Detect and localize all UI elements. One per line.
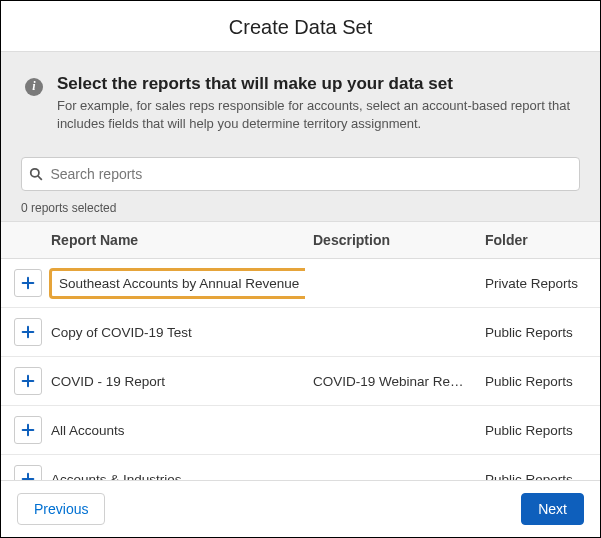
col-add-header <box>1 222 43 259</box>
name-cell: Accounts & Industries <box>43 462 305 480</box>
intro-section: i Select the reports that will make up y… <box>1 52 600 147</box>
table-row: Copy of COVID-19 TestPublic Reports <box>1 308 600 357</box>
folder-cell: Public Reports <box>477 413 600 448</box>
intro-description: For example, for sales reps responsible … <box>57 97 576 133</box>
search-icon <box>22 167 50 181</box>
col-description-header: Description <box>305 222 477 259</box>
col-folder-header: Folder <box>477 222 600 259</box>
plus-icon <box>20 373 36 389</box>
description-cell <box>305 273 477 293</box>
search-input[interactable] <box>50 158 579 190</box>
add-cell <box>1 455 43 480</box>
name-cell: Southeast Accounts by Annual Revenue <box>43 264 305 303</box>
create-data-set-modal: Create Data Set i Select the reports tha… <box>0 0 601 538</box>
plus-icon <box>20 275 36 291</box>
plus-icon <box>20 471 36 480</box>
modal-footer: Previous Next <box>1 480 600 537</box>
plus-icon <box>20 324 36 340</box>
search-wrap <box>1 147 600 197</box>
name-cell: All Accounts <box>43 413 305 448</box>
table-body: Southeast Accounts by Annual RevenuePriv… <box>1 259 600 480</box>
plus-icon <box>20 422 36 438</box>
name-cell: Copy of COVID-19 Test <box>43 315 305 350</box>
svg-line-1 <box>38 176 42 180</box>
modal-title: Create Data Set <box>1 16 600 39</box>
description-cell: COVID-19 Webinar Report <box>305 364 477 399</box>
add-cell <box>1 259 43 307</box>
table-row: COVID - 19 ReportCOVID-19 Webinar Report… <box>1 357 600 406</box>
intro-text: Select the reports that will make up you… <box>57 74 576 133</box>
previous-button[interactable]: Previous <box>17 493 105 525</box>
next-button[interactable]: Next <box>521 493 584 525</box>
intro-heading: Select the reports that will make up you… <box>57 74 576 94</box>
folder-cell: Private Reports <box>477 266 600 301</box>
add-report-button[interactable] <box>14 465 42 480</box>
add-report-button[interactable] <box>14 416 42 444</box>
table-row: All AccountsPublic Reports <box>1 406 600 455</box>
col-name-header: Report Name <box>43 222 305 259</box>
add-cell <box>1 406 43 454</box>
add-cell <box>1 357 43 405</box>
folder-cell: Public Reports <box>477 364 600 399</box>
modal-header: Create Data Set <box>1 1 600 52</box>
add-report-button[interactable] <box>14 318 42 346</box>
add-report-button[interactable] <box>14 269 42 297</box>
name-cell: COVID - 19 Report <box>43 364 305 399</box>
selected-count: 0 reports selected <box>1 197 600 221</box>
search-field[interactable] <box>21 157 580 191</box>
highlighted-report-name: Southeast Accounts by Annual Revenue <box>49 268 305 299</box>
table-row: Accounts & IndustriesPublic Reports <box>1 455 600 480</box>
add-cell <box>1 308 43 356</box>
info-icon-wrap: i <box>25 74 43 133</box>
modal-content: i Select the reports that will make up y… <box>1 52 600 480</box>
description-cell <box>305 420 477 440</box>
description-cell <box>305 469 477 480</box>
table-row: Southeast Accounts by Annual RevenuePriv… <box>1 259 600 308</box>
description-cell <box>305 322 477 342</box>
add-report-button[interactable] <box>14 367 42 395</box>
folder-cell: Public Reports <box>477 462 600 480</box>
folder-cell: Public Reports <box>477 315 600 350</box>
svg-point-0 <box>31 169 39 177</box>
table-header: Report Name Description Folder <box>1 222 600 259</box>
info-icon: i <box>25 78 43 96</box>
reports-table: Report Name Description Folder Southeast… <box>1 221 600 480</box>
